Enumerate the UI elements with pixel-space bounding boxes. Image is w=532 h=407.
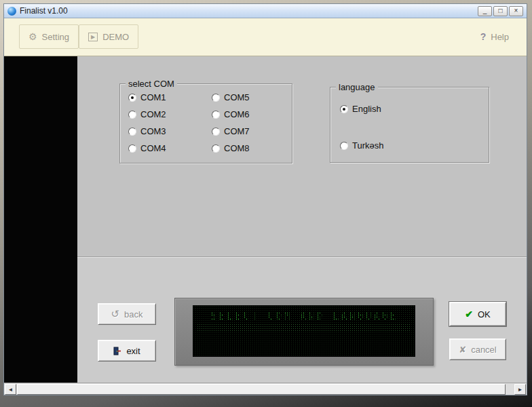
radio-indicator: [340, 142, 348, 150]
scroll-left-icon: ◄: [8, 387, 14, 393]
radio-com2-label: COM2: [140, 109, 166, 119]
lower-panel: ↺ back exit SELECT CO: [77, 256, 527, 383]
setting-button[interactable]: ⚙ Setting: [19, 24, 79, 49]
radio-com3-label: COM3: [140, 126, 166, 136]
radio-indicator: [212, 111, 220, 119]
window-frame: Finalist v1.00 _ □ × ⚙ Setting ▶ DEMO ? …: [0, 0, 532, 407]
radio-com3[interactable]: COM3: [128, 126, 166, 136]
back-button-label: back: [124, 309, 142, 319]
horizontal-scrollbar: ◄ ►: [4, 383, 527, 395]
gear-icon: ⚙: [28, 31, 37, 42]
app-window: Finalist v1.00 _ □ × ⚙ Setting ▶ DEMO ? …: [3, 3, 527, 395]
select-com-group: select COM COM1 COM2 COM3 COM4 COM5 COM6…: [119, 83, 292, 163]
exit-door-icon: [113, 347, 121, 355]
ok-button[interactable]: ✔ OK: [449, 302, 506, 326]
radio-indicator: [212, 128, 220, 136]
radio-com7[interactable]: COM7: [212, 126, 250, 136]
exit-button[interactable]: exit: [98, 340, 156, 362]
radio-com8-label: COM8: [224, 143, 250, 153]
x-icon: ✘: [459, 345, 466, 355]
radio-com1[interactable]: COM1: [128, 92, 166, 102]
demo-button[interactable]: ▶ DEMO: [79, 24, 138, 49]
scroll-right-button[interactable]: ►: [514, 384, 526, 395]
upper-panel: select COM COM1 COM2 COM3 COM4 COM5 COM6…: [77, 56, 527, 256]
radio-english-label: English: [352, 104, 381, 114]
radio-indicator: [128, 128, 136, 136]
radio-indicator: [128, 144, 136, 153]
content-area: select COM COM1 COM2 COM3 COM4 COM5 COM6…: [77, 56, 527, 383]
radio-indicator: [128, 111, 136, 119]
close-icon: ×: [514, 7, 518, 14]
ok-button-label: OK: [478, 309, 491, 319]
app-icon: [7, 7, 16, 16]
radio-english[interactable]: English: [340, 104, 381, 114]
play-icon: ▶: [88, 33, 98, 41]
back-button[interactable]: ↺ back: [98, 303, 156, 325]
help-button-label: Help: [491, 32, 509, 42]
language-group-title: language: [336, 82, 378, 92]
language-group: language English Turkəsh: [330, 87, 489, 163]
setting-button-label: Setting: [42, 32, 69, 42]
scroll-right-icon: ►: [518, 387, 523, 393]
exit-button-label: exit: [126, 346, 140, 356]
led-dim-row: [197, 324, 411, 332]
radio-turkish[interactable]: Turkəsh: [340, 140, 383, 151]
radio-com4-label: COM4: [140, 143, 166, 153]
toolbar: ⚙ Setting ▶ DEMO ? Help: [4, 18, 527, 56]
cancel-button-label: cancel: [471, 345, 497, 355]
radio-com6-label: COM6: [224, 109, 250, 119]
maximize-icon: □: [498, 7, 502, 14]
titlebar: Finalist v1.00 _ □ ×: [4, 4, 527, 18]
radio-com5[interactable]: COM5: [212, 92, 250, 102]
caption-buttons: _ □ ×: [478, 6, 523, 16]
maximize-button[interactable]: □: [493, 6, 508, 16]
left-black-panel: [4, 56, 77, 383]
radio-com2[interactable]: COM2: [128, 109, 166, 119]
minimize-button[interactable]: _: [478, 6, 492, 16]
radio-com1-label: COM1: [140, 92, 166, 102]
select-com-group-title: select COM: [126, 79, 177, 89]
help-icon: ?: [480, 31, 487, 42]
radio-indicator: [212, 94, 220, 102]
scrollbar-thumb[interactable]: [17, 384, 506, 395]
radio-turkish-label: Turkəsh: [352, 140, 383, 151]
client-area: select COM COM1 COM2 COM3 COM4 COM5 COM6…: [4, 56, 527, 383]
radio-indicator: [128, 94, 136, 102]
radio-com5-label: COM5: [224, 92, 250, 102]
led-screen: SELECT COM AND LANGUAGE: [193, 305, 415, 357]
radio-com8[interactable]: COM8: [212, 143, 250, 153]
window-title: Finalist v1.00: [20, 6, 68, 16]
demo-button-label: DEMO: [102, 32, 129, 42]
back-icon: ↺: [111, 308, 119, 320]
help-button[interactable]: ? Help: [471, 24, 518, 49]
close-button[interactable]: ×: [509, 6, 523, 16]
check-icon: ✔: [465, 309, 473, 319]
minimize-icon: _: [483, 7, 487, 14]
radio-com4[interactable]: COM4: [128, 143, 166, 153]
scroll-left-button[interactable]: ◄: [5, 384, 16, 395]
radio-com6[interactable]: COM6: [212, 109, 250, 119]
cancel-button[interactable]: ✘ cancel: [449, 338, 506, 360]
radio-indicator: [340, 105, 348, 113]
led-text: SELECT COM AND LANGUAGE: [193, 310, 415, 322]
radio-com7-label: COM7: [224, 126, 250, 136]
led-display: SELECT COM AND LANGUAGE: [174, 298, 434, 366]
radio-indicator: [212, 144, 220, 153]
